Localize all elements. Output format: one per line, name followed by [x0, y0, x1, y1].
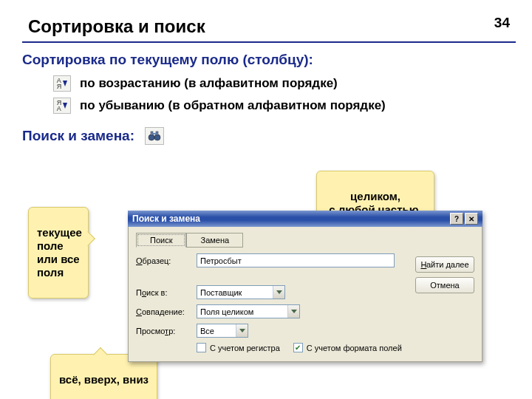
sort-asc-label: по возрастанию (в алфавитном порядке) — [80, 76, 338, 91]
binoculars-icon[interactable] — [145, 127, 164, 145]
combo-searchin[interactable]: Поставщик — [197, 285, 285, 299]
dialog-body: Поиск Замена Образец: Петросбыт Поиск в:… — [128, 227, 482, 362]
sort-asc-icon[interactable]: АЯ — [53, 75, 71, 92]
tab-find[interactable]: Поиск — [136, 233, 186, 248]
close-button[interactable]: ✕ — [465, 213, 478, 225]
help-button[interactable]: ? — [450, 213, 463, 225]
checkbox-icon: ✔ — [293, 343, 303, 352]
dialog-titlebar[interactable]: Поиск и замена ? ✕ — [128, 211, 482, 227]
tabs: Поиск Замена — [136, 233, 474, 248]
label-searchin: Поиск в: — [136, 288, 197, 297]
cancel-button[interactable]: Отмена — [415, 277, 474, 293]
find-next-button[interactable]: Найти далее — [415, 256, 474, 273]
label-direction: Просмотр: — [136, 327, 197, 335]
sort-desc-label: по убыванию (в обратном алфавитном поряд… — [80, 98, 386, 113]
dialog-title: Поиск и замена — [132, 214, 200, 224]
chevron-down-icon[interactable] — [236, 324, 248, 337]
label-sample: Образец: — [136, 256, 197, 265]
find-replace-dialog: Поиск и замена ? ✕ Поиск Замена Образец:… — [128, 211, 482, 362]
combo-direction[interactable]: Все — [197, 324, 248, 338]
check-format[interactable]: ✔ С учетом формата полей — [293, 343, 402, 352]
tab-replace[interactable]: Замена — [186, 233, 243, 248]
row-match: Совпадение: Поля целиком — [136, 304, 474, 318]
chevron-down-icon[interactable] — [287, 305, 299, 318]
sort-desc-row: ЯА по убыванию (в обратном алфавитном по… — [0, 95, 532, 117]
svg-rect-2 — [151, 132, 153, 135]
section-search-row: Поиск и замена: — [0, 117, 532, 145]
checkbox-icon — [197, 343, 206, 352]
section-search: Поиск и замена: — [22, 128, 134, 144]
sort-asc-row: АЯ по возрастанию (в алфавитном порядке) — [0, 72, 532, 95]
slide-title: Сортировка и поиск — [0, 0, 532, 41]
page-number: 34 — [494, 15, 510, 31]
check-case[interactable]: С учетом регистра — [197, 343, 280, 352]
section-sort: Сортировка по текущему полю (столбцу): — [0, 43, 532, 72]
row-direction: Просмотр: Все — [136, 324, 474, 338]
callout-search-in: текущее поле или все поля — [28, 207, 89, 299]
svg-rect-3 — [156, 132, 158, 135]
chevron-down-icon[interactable] — [273, 286, 284, 299]
label-match: Совпадение: — [136, 307, 197, 316]
combo-match[interactable]: Поля целиком — [197, 304, 300, 318]
svg-rect-4 — [153, 133, 156, 134]
row-checks: С учетом регистра ✔ С учетом формата пол… — [197, 343, 474, 352]
input-sample[interactable]: Петросбыт — [197, 253, 395, 267]
sort-desc-icon[interactable]: ЯА — [53, 98, 71, 114]
